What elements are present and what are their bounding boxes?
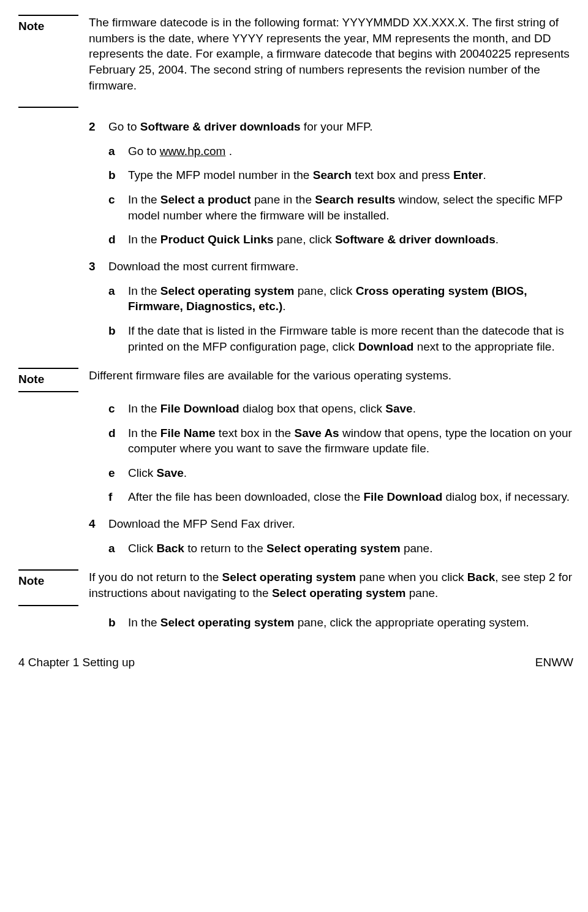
step-3e: e Click Save.	[89, 465, 573, 481]
step-4: 4 Download the MFP Send Fax driver.	[89, 516, 573, 532]
note-label: Note	[18, 18, 89, 34]
step-3a: a In the Select operating system pane, c…	[89, 283, 573, 314]
note-3: Note If you do not return to the Select …	[18, 569, 573, 601]
step-2a: a Go to www.hp.com .	[89, 143, 573, 159]
step-3f: f After the file has been downloaded, cl…	[89, 489, 573, 505]
step-2b: b Type the MFP model number in the Searc…	[89, 167, 573, 183]
step-2: 2 Go to Software & driver downloads for …	[89, 119, 573, 135]
page-footer: 4 Chapter 1 Setting up ENWW	[18, 655, 573, 671]
step-3d: d In the File Name text box in the Save …	[89, 425, 573, 457]
note-1: Note The firmware datecode is in the fol…	[18, 15, 573, 93]
note-text: The firmware datecode is in the followin…	[89, 15, 573, 93]
step-2c: c In the Select a product pane in the Se…	[89, 192, 573, 223]
step-3c: c In the File Download dialog box that o…	[89, 401, 573, 417]
step-4a: a Click Back to return to the Select ope…	[89, 541, 573, 557]
step-4b: b In the Select operating system pane, c…	[89, 615, 573, 631]
step-2d: d In the Product Quick Links pane, click…	[89, 232, 573, 248]
step-3: 3 Download the most current firmware.	[89, 259, 573, 275]
footer-left: 4 Chapter 1 Setting up	[18, 655, 135, 671]
link-hp[interactable]: www.hp.com	[160, 145, 226, 158]
step-3b: b If the date that is listed in the Firm…	[89, 323, 573, 354]
footer-right: ENWW	[535, 655, 573, 671]
note-2: Note Different firmware files are availa…	[18, 368, 573, 392]
